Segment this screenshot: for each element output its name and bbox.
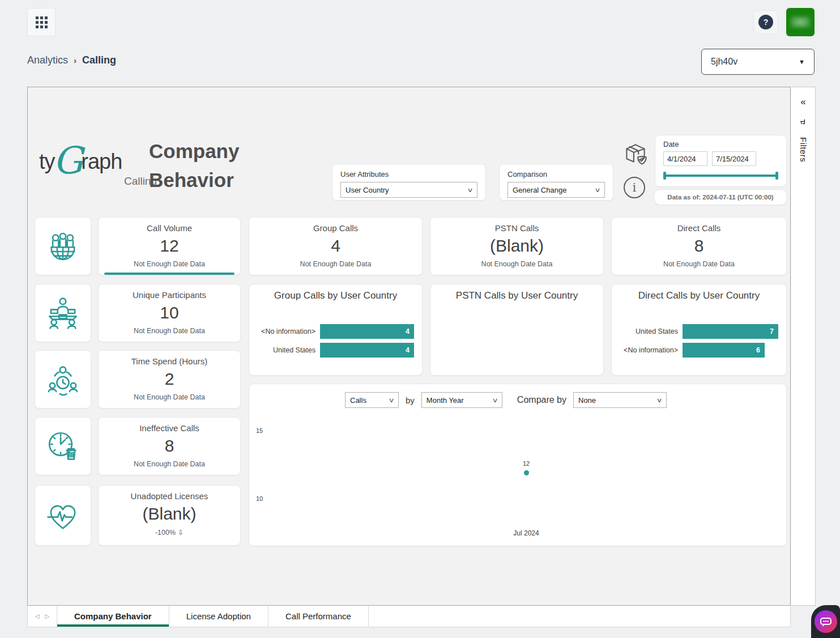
question-mark-icon: ? (758, 15, 773, 29)
chart-calls-trend[interactable]: Calls ∨ by Month Year ∨ Compare by None … (249, 384, 787, 546)
clock-trash-icon (44, 428, 82, 465)
bar[interactable]: 7 (683, 324, 778, 339)
tab-call-performance[interactable]: Call Performance (268, 606, 369, 627)
tygraph-logo: ty G raph Calling (39, 142, 158, 194)
kpi-pstn-calls[interactable]: PSTN Calls (Blank) Not Enough Date Data (430, 217, 604, 275)
bar-category-label: <No information> (249, 327, 320, 335)
kpi-note: Not Enough Date Data (99, 327, 240, 335)
date-end-input[interactable] (712, 151, 756, 166)
tab-nav-arrows: ◁ ▷ (28, 606, 57, 627)
by-label: by (406, 395, 415, 405)
info-icon[interactable]: i (624, 177, 645, 198)
workspace-dropdown[interactable]: 5jh40v ▼ (701, 49, 815, 75)
kpi-call-volume[interactable]: Call Volume 12 Not Enough Date Data (98, 217, 241, 275)
kpi-note: Not Enough Date Data (249, 260, 422, 268)
package-verified-icon[interactable] (621, 139, 650, 169)
breadcrumb: Analytics › Calling (27, 54, 116, 66)
kpi-value: (Blank) (99, 504, 240, 524)
chart-title: PSTN Calls by User Country (430, 284, 603, 301)
account-brand-button[interactable] (786, 8, 815, 36)
date-start-input[interactable] (663, 151, 707, 166)
kpi-title: Unique Participants (99, 290, 240, 300)
chevron-down-icon: ∨ (388, 397, 394, 404)
selected-indicator (104, 273, 234, 275)
slider-handle-end[interactable] (775, 172, 778, 180)
report-tab-bar: ◁ ▷ Company Behavior License Adoption Ca… (27, 606, 791, 627)
kpi-group-calls[interactable]: Group Calls 4 Not Enough Date Data (249, 217, 423, 275)
comparison-select[interactable]: General Change ∨ (508, 182, 605, 198)
comparison-slicer: Comparison General Change ∨ (499, 164, 613, 201)
unadopted-licenses-icon-card (35, 485, 91, 546)
bar-value-label: 7 (770, 327, 774, 335)
tab-next-icon[interactable]: ▷ (45, 613, 50, 619)
tab-license-adoption[interactable]: License Adoption (169, 606, 268, 627)
kpi-ineffective-calls[interactable]: Ineffective Calls 8 Not Enough Date Data (98, 417, 241, 475)
logo-text-g: G (53, 146, 83, 176)
help-button[interactable]: ? (753, 10, 778, 34)
data-as-of-badge: Data as of: 2024-07-11 (UTC 00:00) (654, 189, 787, 205)
app-launcher-button[interactable] (27, 8, 56, 36)
bar-row[interactable]: United States 4 (249, 341, 414, 359)
kpi-title: Group Calls (249, 223, 422, 233)
bar-category-label: United States (612, 327, 683, 335)
y-axis-tick: 15 (256, 427, 263, 434)
kpi-unadopted-licenses[interactable]: Unadopted Licenses (Blank) -100% ⇩ (98, 485, 241, 546)
tab-company-behavior[interactable]: Company Behavior (57, 606, 169, 627)
user-attributes-select[interactable]: User Country ∨ (340, 182, 477, 198)
tab-label: Company Behavior (74, 611, 152, 621)
compare-select[interactable]: None ∨ (573, 392, 667, 408)
breadcrumb-calling: Calling (82, 54, 116, 66)
bar-row[interactable]: <No information> 6 (612, 341, 778, 359)
chart-title: Group Calls by User Country (249, 284, 422, 301)
bar[interactable]: 6 (683, 343, 765, 358)
compare-by-label: Compare by (517, 395, 566, 405)
filters-label[interactable]: Filters (799, 137, 808, 162)
kpi-title: Call Volume (99, 223, 240, 233)
chart-group-calls-by-country[interactable]: Group Calls by User Country <No informat… (249, 284, 423, 376)
dimension-select[interactable]: Month Year ∨ (421, 392, 502, 408)
chart-direct-calls-by-country[interactable]: Direct Calls by User Country United Stat… (611, 284, 787, 376)
measure-value: Calls (350, 396, 366, 405)
page-title: Company Behavior (149, 137, 239, 195)
user-attributes-slicer: User Attributes User Country ∨ (332, 164, 486, 201)
breadcrumb-separator-icon: › (74, 56, 76, 65)
people-globe-icon (45, 228, 81, 265)
kpi-title: Time Spend (Hours) (99, 356, 240, 366)
breadcrumb-analytics[interactable]: Analytics (27, 54, 68, 66)
kpi-value: 8 (612, 236, 786, 256)
measure-select[interactable]: Calls ∨ (345, 392, 399, 408)
chat-widget-button[interactable] (811, 605, 840, 638)
chevron-down-icon: ∨ (467, 186, 473, 194)
people-clock-cycle-icon (44, 361, 82, 398)
tab-label: License Adoption (186, 611, 251, 621)
kpi-unique-participants[interactable]: Unique Participants 10 Not Enough Date D… (98, 284, 241, 342)
x-axis-tick: Jul 2024 (513, 529, 539, 537)
kpi-value: 8 (99, 436, 240, 456)
pin-icon[interactable] (799, 118, 808, 129)
dimension-value: Month Year (427, 396, 464, 405)
bar-category-label: United States (249, 346, 320, 354)
expand-filters-icon[interactable]: « (800, 96, 805, 108)
kpi-time-spend[interactable]: Time Spend (Hours) 2 Not Enough Date Dat… (98, 350, 241, 409)
kpi-direct-calls[interactable]: Direct Calls 8 Not Enough Date Data (611, 217, 787, 275)
bar-row[interactable]: <No information> 4 (249, 322, 414, 341)
user-attributes-value: User Country (346, 186, 389, 194)
bar[interactable]: 4 (320, 343, 414, 358)
bar-row[interactable]: United States 7 (612, 322, 778, 341)
bar-category-label: <No information> (612, 346, 683, 354)
date-range-slider[interactable] (663, 172, 778, 180)
data-point[interactable] (524, 470, 529, 475)
bar[interactable]: 4 (320, 324, 414, 339)
heart-pulse-icon (44, 497, 82, 534)
kpi-note: Not Enough Date Data (99, 460, 240, 468)
tab-prev-icon[interactable]: ◁ (35, 613, 40, 619)
unique-participants-icon-card (35, 284, 91, 342)
slider-handle-start[interactable] (663, 172, 666, 180)
kpi-title: PSTN Calls (430, 223, 603, 233)
kpi-value: 4 (249, 236, 422, 256)
waffle-icon (36, 16, 48, 28)
report-canvas: ty G raph Calling Company Behavior User … (27, 87, 791, 606)
tab-label: Call Performance (285, 611, 351, 621)
chart-pstn-calls-by-country[interactable]: PSTN Calls by User Country (430, 284, 604, 376)
kpi-title: Ineffective Calls (99, 423, 240, 433)
